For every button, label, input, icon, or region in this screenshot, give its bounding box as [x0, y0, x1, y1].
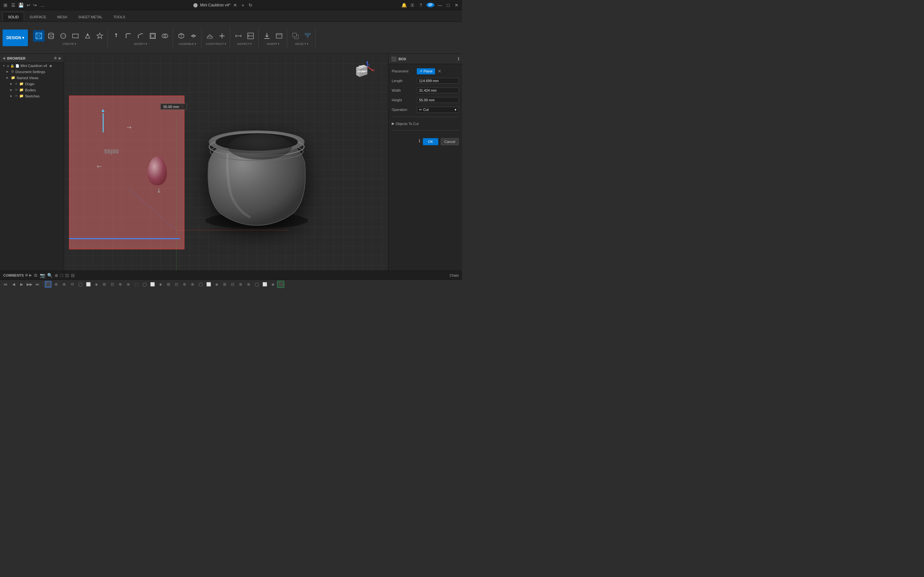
maximize-icon[interactable]: □ — [445, 2, 451, 8]
help-icon[interactable]: ? — [418, 2, 424, 8]
inspect-measure-btn[interactable] — [233, 30, 244, 42]
timeline-item-15[interactable]: ◈ — [157, 281, 164, 288]
close-tab-icon[interactable]: ✕ — [232, 2, 238, 8]
capture-icon[interactable]: 📷 — [40, 273, 45, 278]
timeline-item-13[interactable]: ◯ — [141, 281, 148, 288]
timeline-item-24[interactable]: ⊡ — [229, 281, 236, 288]
timeline-first-icon[interactable]: ⏮ — [2, 281, 9, 288]
prop-width-value[interactable]: 31.424 mm — [417, 87, 459, 93]
tab-surface[interactable]: SURFACE — [24, 12, 52, 21]
timeline-item-14[interactable]: ⬜ — [149, 281, 156, 288]
tab-solid[interactable]: SOLID — [3, 12, 24, 21]
browser-named-views-item[interactable]: ▶ 📁 Named Views — [0, 75, 64, 81]
prop-operation-dropdown[interactable]: ✂ Cut ▾ — [417, 107, 459, 113]
modify-shell-btn[interactable] — [147, 30, 158, 42]
timeline-item-12[interactable]: ⬚ — [133, 281, 140, 288]
timeline-item-1[interactable]: ⬛ — [45, 281, 52, 288]
select-window-btn[interactable] — [290, 30, 301, 42]
prop-length-value[interactable]: 114.699 mm — [417, 78, 459, 84]
notification-icon[interactable]: 🔔 — [401, 2, 407, 8]
timeline-item-9[interactable]: ⊡ — [109, 281, 116, 288]
timeline-item-3[interactable]: ⊗ — [61, 281, 68, 288]
add-tab-icon[interactable]: + — [240, 2, 246, 8]
create-star-btn[interactable] — [94, 30, 105, 42]
minimize-icon[interactable]: — — [437, 2, 443, 8]
viewport-settings-icon[interactable]: ⚙ — [34, 273, 38, 278]
zoom-icon[interactable]: 🔍 — [47, 273, 53, 278]
insert-canvas-btn[interactable] — [273, 30, 285, 42]
browser-sketches-item[interactable]: ▶ 👁 📁 Sketches — [0, 93, 64, 99]
timeline-item-6[interactable]: ⬜ — [85, 281, 92, 288]
browser-origin-item[interactable]: ▶ 👁 📁 Origin — [0, 81, 64, 87]
menu-icon[interactable]: ☰ — [10, 2, 16, 8]
create-modify-btn[interactable] — [82, 30, 94, 42]
view-options-icon[interactable]: ⊕ — [55, 273, 58, 278]
create-rect-btn[interactable] — [69, 30, 81, 42]
transform-gizmo[interactable] — [103, 113, 103, 132]
timeline-prev-icon[interactable]: ◀ — [10, 281, 17, 288]
modify-chamfer-btn[interactable] — [135, 30, 146, 42]
display-mode2-icon[interactable]: ⊡ — [65, 273, 69, 278]
comments-expand-icon[interactable]: ▶ — [29, 274, 32, 277]
timeline-item-22[interactable]: ◈ — [213, 281, 220, 288]
profile-avatar[interactable]: SP — [426, 3, 435, 7]
prop-plane-button[interactable]: ↗ Plane — [417, 68, 435, 74]
timeline-play-icon[interactable]: ▶ — [18, 281, 25, 288]
timeline-item-18[interactable]: ⊕ — [181, 281, 188, 288]
tab-mesh[interactable]: MESH — [52, 12, 73, 21]
create-cylinder-btn[interactable] — [45, 30, 57, 42]
grid-mode-icon[interactable]: ⊟ — [71, 273, 75, 278]
inspect-section-btn[interactable] — [245, 30, 256, 42]
root-record-icon[interactable]: ⏺ — [49, 64, 52, 68]
modify-fillet-btn[interactable] — [123, 30, 134, 42]
sketches-vis-icon[interactable]: 👁 — [15, 94, 18, 98]
create-box-btn[interactable] — [33, 30, 45, 42]
browser-settings-icon[interactable]: ⚙ — [54, 56, 57, 60]
prop-placement-clear-button[interactable]: ✕ — [438, 69, 441, 74]
timeline-next-icon[interactable]: ▶▶ — [26, 281, 33, 288]
timeline-item-27[interactable]: ◯ — [253, 281, 260, 288]
timeline-item-2[interactable]: ⊕ — [53, 281, 60, 288]
timeline-item-26[interactable]: ⊗ — [245, 281, 252, 288]
assemble-joint-btn[interactable] — [188, 30, 199, 42]
timeline-item-11[interactable]: ⊗ — [125, 281, 132, 288]
timeline-item-21[interactable]: ⬜ — [205, 281, 212, 288]
account-icon[interactable]: ① — [410, 2, 415, 8]
browser-collapse-icon[interactable]: ◀ — [3, 56, 5, 60]
timeline-item-20[interactable]: ◯ — [197, 281, 204, 288]
browser-doc-settings-item[interactable]: ▶ ⚙ Document Settings — [0, 69, 64, 75]
view-cube[interactable]: Z X FRONT RIGHT TOP — [350, 60, 375, 86]
redo-icon[interactable]: ↪ — [32, 2, 38, 8]
root-visibility-icon[interactable]: ● — [7, 64, 9, 68]
timeline-item-25[interactable]: ⊕ — [237, 281, 244, 288]
assemble-new-component-btn[interactable] — [176, 30, 187, 42]
gizmo-up-arrow[interactable] — [103, 113, 103, 132]
timeline-item-8[interactable]: ⊞ — [101, 281, 108, 288]
insert-insert-btn[interactable] — [261, 30, 273, 42]
undo-icon[interactable]: ↩ — [26, 2, 31, 8]
app-logo-icon[interactable]: ⊞ — [3, 2, 8, 8]
refresh-icon[interactable]: ↻ — [248, 2, 254, 8]
browser-bodies-item[interactable]: ▶ 👁 📁 Bodies — [0, 87, 64, 93]
create-sphere-btn[interactable] — [57, 30, 69, 42]
origin-vis-icon[interactable]: 👁 — [15, 82, 18, 85]
timeline-item-16[interactable]: ⊞ — [165, 281, 172, 288]
timeline-item-17[interactable]: ⊡ — [173, 281, 180, 288]
prop-height-value[interactable]: 55.00 mm — [417, 97, 459, 103]
properties-expand-icon[interactable]: ⟫ — [457, 57, 459, 61]
timeline-item-7[interactable]: ◈ — [93, 281, 100, 288]
timeline-item-29[interactable]: ◈ — [269, 281, 276, 288]
info-icon[interactable]: ℹ — [419, 138, 420, 145]
timeline-item-30[interactable]: ⬛ — [277, 281, 284, 288]
ok-button[interactable]: OK — [423, 138, 438, 145]
window-close-icon[interactable]: ✕ — [454, 2, 459, 8]
timeline-item-4[interactable]: ⟲ — [69, 281, 76, 288]
construct-axis-btn[interactable] — [216, 30, 228, 42]
bodies-vis-icon[interactable]: 👁 — [15, 88, 18, 92]
comments-settings-icon[interactable]: ⚙ — [25, 274, 28, 277]
modify-push-pull-btn[interactable] — [110, 30, 122, 42]
timeline-item-5[interactable]: ◯ — [77, 281, 84, 288]
modify-combine-btn[interactable] — [159, 30, 171, 42]
timeline-item-28[interactable]: ⬜ — [261, 281, 268, 288]
more-icon[interactable]: … — [40, 2, 45, 8]
